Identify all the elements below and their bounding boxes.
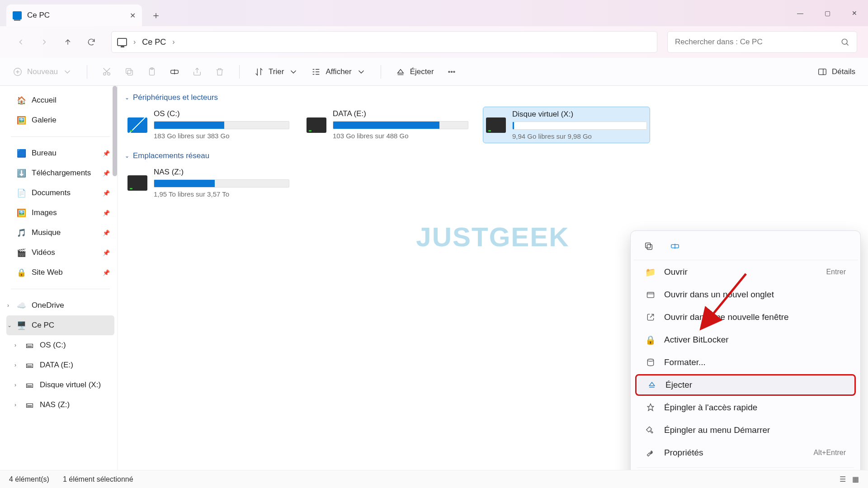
view-grid-icon[interactable]: ▦ (852, 475, 859, 483)
delete-button[interactable] (213, 64, 226, 80)
sidebar-item-label: Documents (32, 188, 71, 197)
chevron-right-icon[interactable]: › (14, 382, 16, 388)
nas-icon (127, 175, 147, 191)
sidebar-item-drive-os[interactable]: ›🖴OS (C:) (6, 335, 114, 355)
tab-title: Ce PC (27, 11, 124, 20)
sidebar-item-drive-nas[interactable]: ›🖴NAS (Z:) (6, 395, 114, 415)
drive-freespace: 183 Go libres sur 383 Go (154, 132, 289, 140)
new-button[interactable]: Nouveau (11, 64, 74, 80)
sidebar-item-drive-vdisk[interactable]: ›🖴Disque virtuel (X:) (6, 375, 114, 395)
svg-rect-5 (126, 68, 131, 73)
paste-button[interactable] (145, 64, 159, 80)
lock-icon: 🔒 (16, 267, 26, 277)
sidebar-item-music[interactable]: 🎵Musique📌 (6, 223, 114, 243)
section-network[interactable]: ⌄Emplacements réseau (125, 151, 861, 160)
sidebar-item-downloads[interactable]: ⬇️Téléchargements📌 (6, 163, 114, 183)
nav-bar: › Ce PC › (0, 26, 868, 58)
close-tab-icon[interactable]: ✕ (130, 11, 136, 20)
maximize-button[interactable]: ▢ (814, 2, 841, 24)
ctx-rename-button[interactable] (668, 239, 682, 253)
tab-this-pc[interactable]: Ce PC ✕ (6, 5, 142, 26)
forward-button[interactable] (34, 32, 54, 52)
pin-icon (645, 402, 656, 413)
ctx-item-pin-start[interactable]: Épingler au menu Démarrer (635, 419, 856, 441)
sidebar-item-label: Ce PC (32, 321, 54, 330)
drive-vdisk[interactable]: Disque virtuel (X:) 9,94 Go libres sur 9… (483, 107, 650, 143)
ctx-item-bitlocker[interactable]: 🔒Activer BitLocker (635, 329, 856, 351)
up-button[interactable] (58, 32, 78, 52)
context-menu: 📁OuvrirEntrer Ouvrir dans un nouvel ongl… (630, 230, 861, 470)
minimize-button[interactable]: — (787, 2, 814, 24)
drive-icon: 🖴 (24, 380, 34, 390)
chevron-right-icon[interactable]: › (14, 342, 16, 348)
rename-button[interactable] (168, 64, 181, 80)
tab-icon (645, 289, 656, 300)
ctx-item-pin-quick[interactable]: Épingler à l'accès rapide (635, 397, 856, 418)
svg-rect-12 (819, 69, 826, 75)
sidebar-item-gallery[interactable]: 🖼️Galerie (6, 110, 114, 130)
sidebar-item-label: Disque virtuel (X:) (40, 380, 101, 389)
cut-button[interactable] (100, 64, 113, 80)
chevron-down-icon[interactable]: ⌄ (7, 322, 12, 328)
title-bar: Ce PC ✕ ＋ — ▢ ✕ (0, 0, 868, 26)
status-selected: 1 élément sélectionné (63, 475, 133, 483)
sidebar-item-onedrive[interactable]: ›☁️OneDrive (6, 296, 114, 315)
ctx-item-open-window[interactable]: Ouvrir dans une nouvelle fenêtre (635, 306, 856, 328)
sidebar-item-label: Musique (32, 228, 61, 237)
sidebar-item-this-pc[interactable]: ⌄🖥️Ce PC (6, 315, 114, 335)
new-tab-button[interactable]: ＋ (151, 9, 161, 22)
sidebar-item-drive-data[interactable]: ›🖴DATA (E:) (6, 355, 114, 375)
drive-freespace: 103 Go libres sur 488 Go (333, 132, 468, 140)
drive-os[interactable]: OS (C:) 183 Go libres sur 383 Go (125, 107, 292, 143)
chevron-right-icon[interactable]: › (7, 302, 9, 309)
back-button[interactable] (11, 32, 31, 52)
ctx-item-open-tab[interactable]: Ouvrir dans un nouvel onglet (635, 284, 856, 305)
monitor-icon: 🖥️ (16, 320, 26, 330)
details-pane-button[interactable]: Détails (816, 64, 857, 80)
separator (637, 467, 854, 468)
pictures-icon: 🖼️ (16, 208, 26, 218)
drive-icon: 🖴 (24, 340, 34, 350)
search-box[interactable] (667, 31, 857, 53)
sidebar-item-label: OS (C:) (40, 341, 66, 350)
scrollbar-thumb[interactable] (113, 86, 117, 176)
drive-name: Disque virtuel (X:) (512, 110, 647, 119)
format-icon (645, 357, 656, 368)
breadcrumb-root[interactable]: Ce PC (142, 38, 166, 47)
chevron-down-icon: ⌄ (125, 153, 129, 159)
more-button[interactable] (445, 64, 458, 80)
refresh-button[interactable] (81, 32, 101, 52)
ctx-item-properties[interactable]: PropriétésAlt+Entrer (635, 442, 856, 464)
search-input[interactable] (675, 38, 840, 47)
sidebar-item-home[interactable]: 🏠Accueil (6, 90, 114, 110)
eject-button[interactable]: Éjecter (394, 64, 436, 80)
section-label: Emplacements réseau (133, 151, 209, 160)
sidebar-item-desktop[interactable]: 🟦Bureau📌 (6, 143, 114, 163)
view-list-icon[interactable]: ☰ (840, 475, 846, 483)
address-bar[interactable]: › Ce PC › (111, 31, 657, 53)
sort-button[interactable]: Trier (252, 64, 300, 80)
view-button[interactable]: Afficher (309, 64, 368, 80)
close-window-button[interactable]: ✕ (841, 2, 868, 24)
separator (381, 65, 381, 79)
share-button[interactable] (190, 64, 204, 80)
sidebar-item-label: NAS (Z:) (40, 400, 70, 409)
chevron-right-icon[interactable]: › (14, 402, 16, 408)
drive-nas[interactable]: NAS (Z:) 1,95 To libres sur 3,57 To (125, 165, 292, 201)
copy-button[interactable] (123, 64, 136, 80)
section-devices[interactable]: ⌄Périphériques et lecteurs (125, 93, 861, 102)
ctx-item-open[interactable]: 📁OuvrirEntrer (635, 261, 856, 283)
sidebar-item-videos[interactable]: 🎬Vidéos📌 (6, 243, 114, 263)
lock-icon: 🔒 (645, 334, 656, 345)
folder-icon: 📁 (645, 267, 656, 277)
sidebar-item-documents[interactable]: 📄Documents📌 (6, 183, 114, 203)
chevron-right-icon[interactable]: › (14, 362, 16, 368)
ctx-item-eject[interactable]: Éjecter (635, 374, 856, 396)
ctx-item-format[interactable]: Formater... (635, 352, 856, 373)
sidebar-item-pictures[interactable]: 🖼️Images📌 (6, 203, 114, 223)
drive-data[interactable]: DATA (E:) 103 Go libres sur 488 Go (304, 107, 471, 143)
ctx-copy-button[interactable] (642, 239, 656, 253)
drive-icon: 🖴 (24, 400, 34, 410)
drive-icon (307, 117, 326, 133)
sidebar-item-website[interactable]: 🔒Site Web📌 (6, 263, 114, 282)
